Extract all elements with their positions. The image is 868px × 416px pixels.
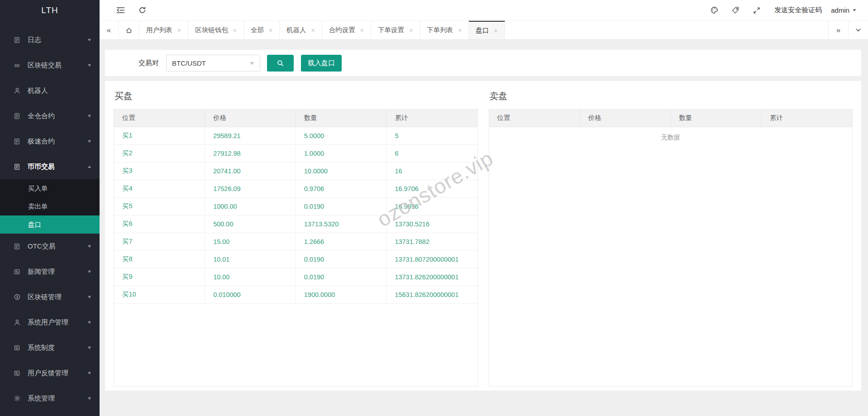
cell-total: 6 [386, 144, 477, 162]
tab-all[interactable]: 全部× [244, 21, 280, 39]
cell-total: 13731.807200000001 [386, 250, 477, 268]
theme-palette-icon[interactable] [704, 6, 725, 14]
table-row: 买417526.090.970616.9706 [114, 180, 477, 197]
sidebar-item-label: 系统管理 [28, 394, 55, 403]
search-button[interactable] [267, 55, 294, 72]
close-icon[interactable]: × [458, 27, 462, 34]
sidebar-item-label: 区块链管理 [28, 293, 62, 301]
doc-icon [13, 37, 21, 43]
sidebar-item-label: 用户反馈管理 [28, 369, 68, 378]
tab-depth[interactable]: 盘口× [469, 21, 505, 39]
sidebar-item-blockchain-mgmt[interactable]: $区块链管理▼ [0, 284, 100, 310]
filter-toolbar: 交易对 BTC/USDT ▼ 载入盘口 [105, 50, 861, 76]
cell-position: 买5 [114, 197, 205, 215]
close-icon[interactable]: × [233, 27, 237, 34]
close-icon[interactable]: × [494, 27, 497, 34]
tag-icon[interactable] [725, 6, 746, 14]
close-icon[interactable]: × [311, 27, 315, 34]
cell-amount: 0.0190 [296, 268, 386, 286]
tab-scroll-right-button[interactable]: » [828, 21, 848, 39]
tab-robot[interactable]: 机器人× [280, 21, 322, 39]
close-icon[interactable]: × [409, 27, 413, 34]
news-icon [13, 370, 21, 377]
buy-head-row: 位置价格数量累计 [114, 110, 477, 127]
tab-order-settings[interactable]: 下单设置× [371, 21, 420, 39]
doc-icon [13, 113, 21, 120]
pair-select[interactable]: BTC/USDT ▼ [166, 55, 260, 72]
svg-text:$: $ [16, 295, 18, 299]
sidebar-item-robot[interactable]: 机器人 [0, 78, 100, 103]
user-menu[interactable]: admin ▼ [831, 6, 856, 14]
sidebar-item-sys-user[interactable]: 系统用户管理▼ [0, 310, 100, 335]
tab-label: 合约设置 [329, 26, 355, 34]
home-tab-icon[interactable] [119, 21, 139, 39]
cell-total: 16 [386, 162, 477, 180]
caret-down-icon: ▼ [87, 320, 92, 325]
main-area: 发送安全验证码 admin ▼ « 用户列表×区块链钱包×全部×机器人×合约设置… [100, 0, 868, 416]
caret-up-icon: ▲ [87, 164, 92, 169]
doc-icon [13, 138, 21, 145]
column-header: 位置 [114, 110, 205, 127]
cell-total: 5 [386, 127, 477, 144]
sidebar-item-sys-rule[interactable]: 系统制度▼ [0, 335, 100, 360]
table-row: 买129589.215.00005 [114, 127, 477, 144]
sidebar-item-blockchain-trade[interactable]: ∞区块链交易▼ [0, 53, 100, 78]
cell-position: 买7 [114, 233, 205, 250]
collapse-sidebar-icon[interactable] [110, 7, 132, 14]
sidebar-item-label: 币币交易 [28, 163, 55, 171]
depth-panel-card: 买盘 位置价格数量累计 买129589.215.00005买227912.981… [105, 81, 861, 391]
tabbar-right-controls: » [828, 21, 868, 39]
sidebar-item-label: 新闻管理 [28, 268, 55, 276]
sidebar-item-full-contract[interactable]: 全仓合约▼ [0, 103, 100, 129]
sidebar-item-feedback[interactable]: 用户反馈管理▼ [0, 360, 100, 386]
doc-icon [13, 243, 21, 250]
buy-panel: 买盘 位置价格数量累计 买129589.215.00005买227912.981… [114, 89, 478, 387]
cell-total: 15631.826200000001 [386, 286, 477, 303]
clipped-menu-item [0, 20, 100, 27]
sidebar-item-sys-mgmt[interactable]: 系统管理▼ [0, 386, 100, 411]
sidebar-item-label: 系统用户管理 [28, 318, 68, 327]
sidebar-item-label: 区块链交易 [28, 61, 62, 70]
sidebar-item-news[interactable]: 新闻管理▼ [0, 259, 100, 284]
caret-down-icon: ▼ [87, 396, 92, 401]
close-icon[interactable]: × [360, 27, 364, 34]
column-header: 数量 [671, 110, 762, 127]
sidebar-item-fast-contract[interactable]: 极速合约▼ [0, 129, 100, 154]
refresh-icon[interactable] [132, 6, 153, 14]
sidebar-item-label: 全仓合约 [28, 112, 55, 120]
sidebar-subitem-buy-order[interactable]: 买入单 [0, 179, 100, 197]
table-row: 买6500.0013713.532013730.5216 [114, 215, 477, 233]
close-icon[interactable]: × [269, 27, 272, 34]
tab-user-list[interactable]: 用户列表× [139, 21, 188, 39]
submenu-coin-trade: 买入单卖出单盘口 [0, 179, 100, 234]
empty-state: 无数据 [489, 127, 853, 142]
column-header: 位置 [489, 110, 580, 127]
tab-blockchain-wallet[interactable]: 区块链钱包× [188, 21, 244, 39]
tab-scroll-left-button[interactable]: « [100, 21, 119, 39]
tab-label: 区块链钱包 [195, 26, 228, 34]
close-icon[interactable]: × [177, 27, 181, 34]
sidebar-item-otc[interactable]: OTC交易▼ [0, 234, 100, 259]
table-row: 买100.0100001900.000015631.826200000001 [114, 286, 477, 303]
sell-panel: 卖盘 位置价格数量累计 无数据 [489, 89, 853, 387]
tab-contract-settings[interactable]: 合约设置× [322, 21, 371, 39]
load-depth-button[interactable]: 载入盘口 [301, 55, 342, 72]
table-row: 买227912.981.00006 [114, 144, 477, 162]
cell-price: 500.00 [205, 215, 296, 233]
sidebar-subitem-sell-order[interactable]: 卖出单 [0, 197, 100, 215]
tab-label: 用户列表 [146, 26, 172, 34]
send-security-code-button[interactable]: 发送安全验证码 [774, 6, 822, 14]
fullscreen-icon[interactable] [746, 6, 767, 14]
cell-total: 16.9896 [386, 197, 477, 215]
sidebar-item-coin-trade[interactable]: 币币交易▲ [0, 154, 100, 179]
sidebar-subitem-depth[interactable]: 盘口 [0, 215, 100, 234]
sidebar-item-label: 系统制度 [28, 344, 55, 352]
tab-order-list[interactable]: 下单列表× [420, 21, 469, 39]
tab-operations-dropdown[interactable] [848, 21, 868, 39]
cell-price: 29589.21 [205, 127, 296, 144]
cell-price: 1000.00 [205, 197, 296, 215]
sidebar-item-log[interactable]: 日志▼ [0, 27, 100, 53]
top-header: 发送安全验证码 admin ▼ [100, 0, 868, 21]
sell-panel-title: 卖盘 [490, 90, 853, 102]
cell-position: 买8 [114, 250, 205, 268]
